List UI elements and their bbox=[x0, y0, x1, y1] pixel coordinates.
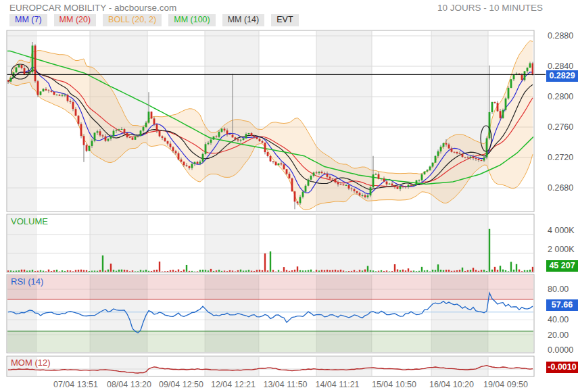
rsi-zones bbox=[7, 274, 534, 353]
volume-tick: 4 000K bbox=[548, 226, 578, 235]
chart-app: EUROPCAR MOBILITY - abcbourse.com 10 JOU… bbox=[0, 0, 578, 392]
volume-panel-label: VOLUME bbox=[11, 216, 48, 226]
price-tick: 0.2720 bbox=[548, 153, 578, 162]
price-tick: 0.2760 bbox=[548, 122, 578, 132]
current-rsi-badge: 57.66 bbox=[546, 299, 578, 311]
panel-background bbox=[7, 356, 534, 376]
time-tick: 14/04 11:21 bbox=[306, 380, 368, 389]
current-price-badge: 0.2829 bbox=[546, 70, 578, 82]
rsi-tick: 80.00 bbox=[548, 285, 578, 294]
rsi-tick: 20.00 bbox=[548, 330, 578, 340]
rsi-tick: 0.0000 bbox=[548, 345, 578, 355]
rsi-tick: 40.00 bbox=[548, 315, 578, 324]
time-tick: 19/04 09:50 bbox=[475, 380, 537, 389]
chart-canvas[interactable] bbox=[0, 0, 578, 392]
volume-tick: 2 000K bbox=[548, 245, 578, 254]
rsi-panel-label: RSI (14) bbox=[11, 276, 43, 287]
current-mom-badge: -0.0010 bbox=[546, 362, 578, 373]
price-tick: 0.2680 bbox=[548, 183, 578, 193]
time-tick: 15/04 10:50 bbox=[363, 380, 425, 389]
current-volume-badge: 45 207 bbox=[546, 260, 578, 272]
mom-panel-label: MOM (12) bbox=[11, 358, 51, 368]
time-tick: 16/04 10:20 bbox=[420, 380, 483, 389]
price-tick: 0.2800 bbox=[548, 92, 578, 101]
price-tick: 0.2880 bbox=[548, 31, 578, 41]
